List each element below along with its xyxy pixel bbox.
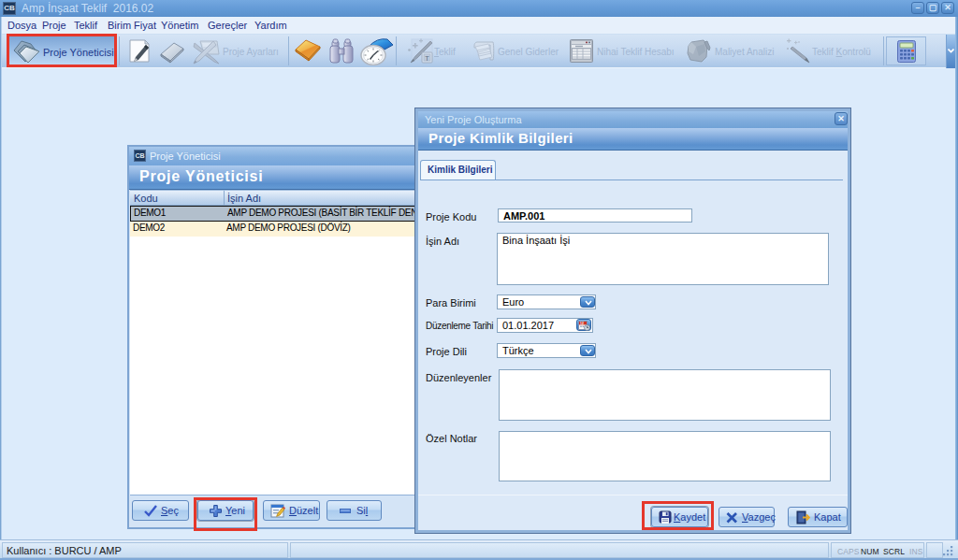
svg-text:T: T [426, 55, 429, 62]
svg-text:12: 12 [580, 322, 584, 325]
